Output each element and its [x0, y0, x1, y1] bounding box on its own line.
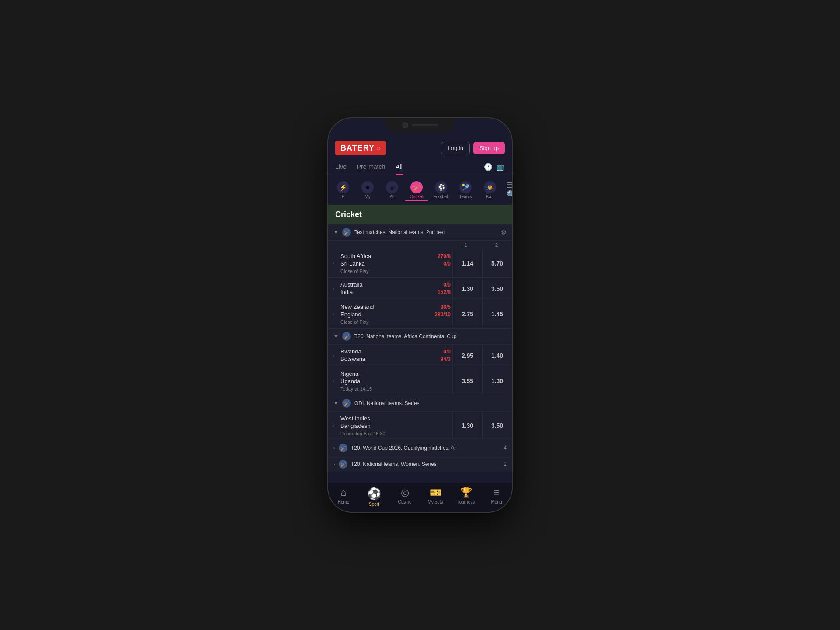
tournament-icon-5: 🏏 — [339, 460, 347, 469]
team2-name-5: Uganda — [340, 378, 360, 385]
tournament-icon-3: 🏏 — [342, 399, 351, 408]
team2-score-2: 152/8 — [438, 289, 451, 295]
match-status-6: December 8 at 16:30 — [340, 431, 451, 436]
my-label: My — [364, 194, 370, 199]
filter-icon-1[interactable]: ⚙ — [501, 229, 507, 236]
tab-live[interactable]: Live — [335, 159, 346, 175]
match-info-5: Nigeria Uganda Today at 14:15 — [339, 367, 452, 395]
sport-icon-kabaddi[interactable]: 🤼 Kat. — [479, 179, 501, 201]
expand-match-2[interactable]: › — [328, 278, 339, 300]
match-row-2: › Australia 0/0 India 152/8 1.30 3. — [328, 278, 512, 300]
nav-tourneys[interactable]: 🏆 Tourneys — [451, 483, 481, 508]
tennis-label: Tennis — [459, 194, 472, 199]
nav-casino[interactable]: ◎ Casino — [389, 483, 420, 508]
match-status-1: Close of Play — [340, 269, 451, 274]
team1-line-4: Rwanda 0/0 — [340, 348, 451, 355]
nav-menu[interactable]: ≡ Menu — [481, 483, 512, 508]
expand-match-4[interactable]: › — [328, 345, 339, 367]
odds-buttons-3: 2.75 1.45 — [452, 300, 512, 328]
search-button[interactable]: ☰🔍 — [503, 178, 512, 201]
sport-icon-football[interactable]: ⚽ Football — [430, 179, 452, 201]
odds-4-btn1[interactable]: 2.95 — [452, 345, 482, 367]
team2-line-5: Uganda — [340, 378, 451, 385]
team1-line-6: West Indies — [340, 415, 451, 422]
menu-label: Menu — [491, 500, 502, 504]
match-status-3: Close of Play — [340, 319, 451, 325]
odds-5-btn2[interactable]: 1.30 — [482, 367, 512, 395]
app-header: BATERY » Log in Sign up — [328, 137, 512, 159]
tournament-icon-4: 🏏 — [339, 444, 347, 452]
logo: BATERY » — [335, 141, 386, 155]
cricket-label: Cricket — [410, 194, 423, 199]
odds-buttons-4: 2.95 1.40 — [452, 345, 512, 367]
match-row-1: › South Africa 270/8 Sri-Lanka 0/0 Close… — [328, 249, 512, 278]
team1-score-1: 270/8 — [438, 253, 451, 259]
sport-icons-row: ⚡ P ★ My ◎ All 🏏 Cricket ⚽ Football 🎾 Te — [328, 175, 512, 205]
tourneys-label: Tourneys — [457, 500, 475, 504]
camera — [402, 122, 408, 128]
sport-icon-popular[interactable]: ⚡ P — [332, 179, 354, 201]
sport-icon-my[interactable]: ★ My — [356, 179, 379, 201]
tournament-1-header[interactable]: ▼ 🏏 Test matches. National teams. 2nd te… — [328, 224, 512, 241]
odds-4-btn2[interactable]: 1.40 — [482, 345, 512, 367]
clock-icon[interactable]: 🕐 — [484, 163, 493, 171]
nav-home[interactable]: ⌂ Home — [328, 483, 359, 508]
team2-line-4: Botswana 94/3 — [340, 356, 451, 362]
match-row-3: › New Zealand 86/5 England 280/10 Close … — [328, 300, 512, 329]
expand-arrow-3: ▼ — [333, 400, 339, 406]
team2-line-1: Sri-Lanka 0/0 — [340, 260, 451, 267]
signup-button[interactable]: Sign up — [473, 142, 505, 154]
odds-6-btn2[interactable]: 3.50 — [482, 412, 512, 440]
tournament-2-header[interactable]: ▼ 🏏 T20. National teams. Africa Continen… — [328, 329, 512, 345]
expand-arrow-4: › — [333, 445, 335, 451]
popular-icon: ⚡ — [337, 181, 349, 193]
expand-match-1[interactable]: › — [328, 249, 339, 277]
nav-sport[interactable]: ⚽ Sport — [359, 483, 389, 508]
nav-mybets[interactable]: 🎫 My bets — [420, 483, 451, 508]
sport-icon-tennis[interactable]: 🎾 Tennis — [454, 179, 477, 201]
expand-match-5[interactable]: › — [328, 367, 339, 395]
team1-name-5: Nigeria — [340, 371, 358, 377]
login-button[interactable]: Log in — [441, 142, 469, 154]
team1-line-1: South Africa 270/8 — [340, 253, 451, 259]
sport-icon-all[interactable]: ◎ All — [381, 179, 403, 201]
odds-2-btn1[interactable]: 1.30 — [452, 278, 482, 300]
logo-text: BATERY — [340, 144, 374, 153]
tab-prematch[interactable]: Pre-match — [357, 159, 385, 175]
odds-3-btn2[interactable]: 1.45 — [482, 300, 512, 328]
odds-3-btn1[interactable]: 2.75 — [452, 300, 482, 328]
tournament-5-header[interactable]: › 🏏 T20. National teams. Women. Series 2 — [328, 456, 512, 472]
odds-2-btn2[interactable]: 3.50 — [482, 278, 512, 300]
all-icon: ◎ — [386, 181, 398, 193]
tournament-1: ▼ 🏏 Test matches. National teams. 2nd te… — [328, 224, 512, 329]
football-label: Football — [433, 194, 449, 199]
tournament-3-header[interactable]: ▼ 🏏 ODI. National teams. Series — [328, 396, 512, 412]
team2-score-1: 0/0 — [443, 261, 451, 267]
odds-1-btn2[interactable]: 5.70 — [482, 249, 512, 277]
video-icon[interactable]: 📺 — [496, 163, 505, 171]
odds-1-btn1[interactable]: 1.14 — [452, 249, 482, 277]
odds-6-btn1[interactable]: 1.30 — [452, 412, 482, 440]
expand-arrow-1: ▼ — [333, 229, 339, 235]
team1-name-4: Rwanda — [340, 348, 361, 355]
team2-line-2: India 152/8 — [340, 289, 451, 295]
sport-icon-cricket[interactable]: 🏏 Cricket — [405, 179, 428, 201]
odds-5-btn1[interactable]: 3.55 — [452, 367, 482, 395]
expand-match-3[interactable]: › — [328, 300, 339, 328]
mybets-icon: 🎫 — [430, 487, 441, 498]
tournament-2: ▼ 🏏 T20. National teams. Africa Continen… — [328, 329, 512, 396]
team1-score-2: 0/0 — [443, 282, 451, 288]
team1-score-4: 0/0 — [443, 349, 451, 355]
tennis-icon: 🎾 — [459, 181, 472, 193]
content-area[interactable]: Cricket ▼ 🏏 Test matches. National teams… — [328, 205, 512, 483]
team2-name-3: England — [340, 311, 361, 318]
tab-all[interactable]: All — [396, 159, 402, 175]
tournament-4-header[interactable]: › 🏏 T20. World Cup 2026. Qualifying matc… — [328, 440, 512, 456]
team1-name-2: Australia — [340, 281, 363, 288]
team2-score-4: 94/3 — [441, 356, 451, 362]
expand-match-6[interactable]: › — [328, 412, 339, 440]
tournament-3: ▼ 🏏 ODI. National teams. Series › West I… — [328, 396, 512, 440]
all-label: All — [389, 194, 394, 199]
col-header-1: 1 — [451, 242, 481, 248]
main-tabs: Live Pre-match All 🕐 📺 — [328, 159, 512, 175]
